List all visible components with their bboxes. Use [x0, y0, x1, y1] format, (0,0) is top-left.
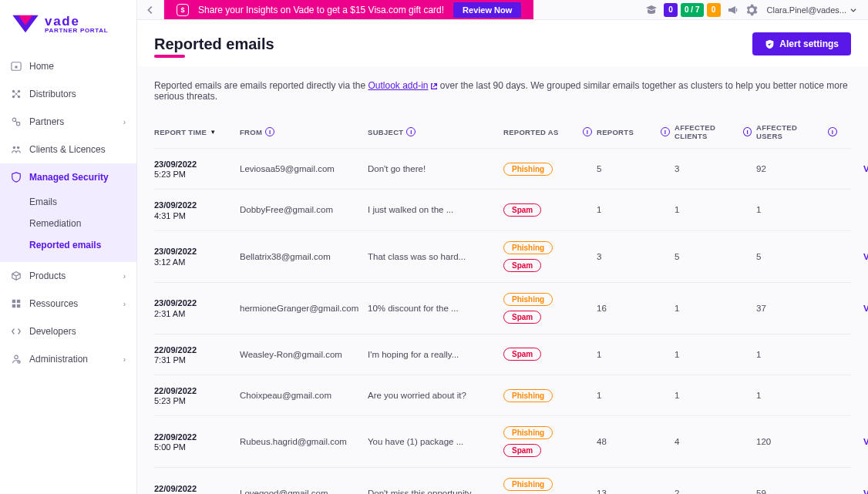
tag-phishing: Phishing	[503, 389, 553, 402]
cell-users: 1	[756, 350, 837, 359]
table-row: 22/09/20227:31 PMWeasley-Ron@gmail.comI'…	[154, 334, 851, 375]
cell-reports: 48	[597, 437, 670, 446]
cell-clients: 1	[675, 304, 752, 313]
view-email-link[interactable]: View email	[842, 205, 868, 214]
col-subject[interactable]: SUBJECTi	[368, 127, 499, 136]
col-reported-as[interactable]: REPORTED ASi	[503, 127, 592, 136]
report-date: 22/09/2022	[154, 483, 235, 494]
gear-icon[interactable]	[745, 4, 758, 16]
tag-spam: Spam	[503, 259, 541, 272]
cell-reports: 13	[597, 489, 670, 494]
sidebar-item-administration[interactable]: Administration›	[0, 345, 136, 373]
alert-settings-button[interactable]: Alert settings	[752, 32, 851, 55]
report-time: 5:00 PM	[154, 442, 235, 452]
user-menu[interactable]: Clara.Pinel@vades...	[764, 5, 861, 15]
grad-cap-icon[interactable]	[645, 4, 658, 16]
topbar-right: 0 0 / 7 0 Clara.Pinel@vades...	[533, 0, 868, 19]
help-icon[interactable]: i	[583, 127, 592, 136]
table-row: 23/09/20222:31 AMhermioneGranger@gmail.c…	[154, 282, 851, 334]
cell-from: Choixpeau@gmail.com	[240, 391, 363, 400]
cell-tags: PhishingSpam	[503, 293, 592, 324]
view-email-link[interactable]: View email	[842, 350, 868, 359]
outlook-addin-link[interactable]: Outlook add-in	[368, 80, 428, 91]
sidebar-item-distributors[interactable]: Distributors	[0, 80, 136, 108]
svg-point-8	[13, 146, 16, 150]
topbar-back[interactable]	[137, 0, 164, 19]
logo[interactable]: vade PARTNER PORTAL	[0, 0, 136, 45]
tag-phishing: Phishing	[503, 426, 553, 439]
tag-phishing: Phishing	[503, 241, 553, 254]
svg-rect-11	[17, 300, 20, 303]
cell-subject: Don't miss this opportunity ...	[368, 489, 499, 494]
badge-b[interactable]: 0 / 7	[681, 3, 703, 17]
review-now-button[interactable]: Review Now	[453, 2, 521, 18]
sidebar-item-clients-licences[interactable]: Clients & Licences	[0, 136, 136, 163]
tag-phishing: Phishing	[503, 293, 553, 306]
view-cluster-link[interactable]: View cluster	[842, 304, 868, 313]
sidebar-item-ressources[interactable]: Ressources›	[0, 290, 136, 318]
sidebar-item-developers[interactable]: Developers	[0, 318, 136, 345]
svg-rect-13	[17, 304, 20, 307]
help-icon[interactable]: i	[743, 127, 752, 136]
cell-tags: PhishingSpam	[503, 241, 592, 272]
dashboard-icon	[11, 61, 22, 72]
sidebar-item-home[interactable]: Home	[0, 52, 136, 80]
cell-users: 92	[756, 164, 837, 173]
col-affected-users[interactable]: AFFECTED USERSi	[756, 123, 837, 140]
cell-from: Weasley-Ron@gmail.com	[240, 350, 363, 359]
help-icon[interactable]: i	[406, 127, 415, 136]
brand-name: vade	[45, 15, 108, 28]
col-reports[interactable]: REPORTSi	[597, 127, 670, 136]
cell-users: 5	[756, 252, 837, 261]
help-icon[interactable]: i	[265, 127, 274, 136]
reported-emails-table: REPORT TIME▼ FROMi SUBJECTi REPORTED ASi…	[154, 119, 851, 494]
col-affected-clients[interactable]: AFFECTED CLIENTSi	[675, 123, 752, 140]
distributors-icon	[11, 89, 22, 99]
badge-a[interactable]: 0	[664, 3, 678, 17]
cell-users: 120	[756, 437, 837, 446]
cell-tags: PhishingSpam	[503, 426, 592, 457]
badge-group: 0 0 / 7 0	[664, 3, 720, 17]
sidebar-item-partners[interactable]: Partners›	[0, 108, 136, 136]
tag-spam: Spam	[503, 348, 541, 361]
sidebar-item-products[interactable]: Products›	[0, 262, 136, 290]
view-cluster-link[interactable]: View cluster	[842, 252, 868, 261]
tag-phishing: Phishing	[503, 163, 553, 176]
cell-users: 1	[756, 205, 837, 214]
view-cluster-link[interactable]: View cluster	[842, 437, 868, 446]
nav: HomeDistributorsPartners›Clients & Licen…	[0, 45, 136, 373]
col-report-time[interactable]: REPORT TIME▼	[154, 128, 235, 136]
cell-clients: 5	[675, 252, 752, 261]
cell-reports: 3	[597, 252, 670, 261]
svg-point-6	[12, 118, 15, 121]
sidebar-subitem-emails[interactable]: Emails	[29, 191, 136, 213]
cell-tags: Spam	[503, 348, 592, 361]
report-date: 22/09/2022	[154, 385, 235, 396]
report-time: 5:23 PM	[154, 396, 235, 405]
report-date: 23/09/2022	[154, 246, 235, 257]
content: Reported emails are emails reported dire…	[137, 66, 868, 494]
cell-users: 1	[756, 391, 837, 400]
view-cluster-link[interactable]: View cluster	[842, 164, 868, 173]
sidebar-subitem-reported-emails[interactable]: Reported emails	[29, 234, 136, 256]
sidebar-subitem-remediation[interactable]: Remediation	[29, 213, 136, 234]
cell-clients: 2	[675, 489, 752, 494]
cell-clients: 1	[675, 391, 752, 400]
help-icon[interactable]: i	[661, 127, 670, 136]
view-cluster-link[interactable]: View cluster	[842, 489, 868, 494]
cell-tags: Phishing	[503, 163, 592, 176]
promo-banner: $ Share your Insights on Vade to get a $…	[164, 0, 533, 19]
table-row: 23/09/20225:23 PMLeviosaa59@gmail.comDon…	[154, 148, 851, 189]
cell-subject: That class was so hard...	[368, 252, 499, 261]
help-icon[interactable]: i	[828, 127, 837, 136]
report-time: 4:31 PM	[154, 211, 235, 220]
cell-users: 37	[756, 304, 837, 313]
col-from[interactable]: FROMi	[240, 127, 363, 136]
megaphone-icon[interactable]	[727, 4, 739, 16]
svg-point-9	[17, 146, 20, 150]
badge-c[interactable]: 0	[707, 3, 721, 17]
sidebar-item-managed-security[interactable]: Managed Security	[0, 163, 136, 191]
view-email-link[interactable]: View email	[842, 391, 868, 400]
cell-subject: I'm hoping for a really...	[368, 350, 499, 359]
intro-text: Reported emails are emails reported dire…	[154, 74, 851, 119]
